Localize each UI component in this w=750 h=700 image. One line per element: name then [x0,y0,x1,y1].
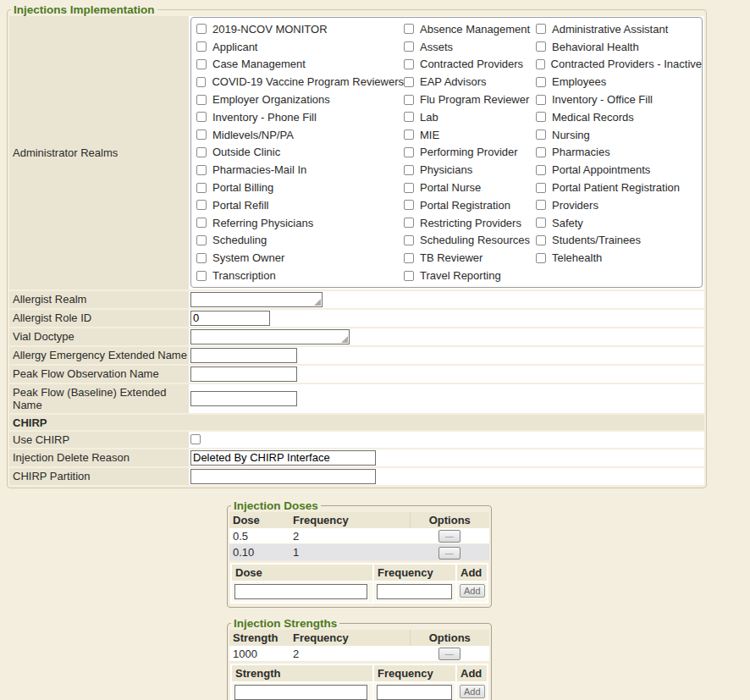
realm-checkbox-item[interactable]: Medical Records [536,108,702,126]
allergist-realm-input[interactable] [190,292,323,307]
realm-checkbox-item[interactable]: Portal Nurse [404,179,536,196]
realm-checkbox[interactable] [196,183,207,193]
realm-checkbox-item[interactable]: Pharmacies-Mail In [196,161,404,179]
realm-checkbox[interactable] [536,112,546,122]
realm-checkbox[interactable] [196,218,207,228]
realm-checkbox-item[interactable]: Assets [404,38,536,56]
realm-checkbox-item[interactable]: Contracted Providers - Inactive [536,56,702,74]
realm-checkbox-item[interactable]: Applicant [196,38,404,56]
realm-checkbox[interactable] [196,59,207,69]
realm-checkbox[interactable] [404,112,414,122]
realm-checkbox[interactable] [404,218,414,228]
realm-checkbox[interactable] [196,235,207,245]
realm-checkbox-item[interactable]: TB Reviewer [404,249,536,267]
peak-flow-observation-name-input[interactable] [190,367,297,382]
realm-checkbox-item[interactable]: Nursing [536,126,702,144]
realm-checkbox[interactable] [536,235,546,245]
realm-checkbox[interactable] [536,59,545,69]
realm-checkbox-item[interactable]: Flu Program Reviewer [404,91,536,108]
realm-checkbox-item[interactable]: Inventory - Office Fill [536,91,702,108]
realm-checkbox[interactable] [404,130,414,140]
realm-checkbox[interactable] [536,147,546,157]
realm-checkbox[interactable] [196,112,207,122]
realm-checkbox-item[interactable]: Telehealth [536,249,702,267]
realm-checkbox-item[interactable]: 2019-NCOV MONITOR [196,20,404,38]
realm-checkbox-item[interactable]: Scheduling [196,232,404,250]
injection-delete-reason-input[interactable] [190,450,376,466]
strength-add-frequency-input[interactable] [377,685,452,700]
realm-checkbox[interactable] [196,147,207,157]
allergy-emergency-extended-name-input[interactable] [190,348,297,363]
realm-checkbox[interactable] [536,165,546,175]
realm-checkbox-item[interactable]: Lab [404,108,536,126]
realm-checkbox[interactable] [404,59,414,69]
realm-checkbox-item[interactable]: Portal Patient Registration [536,179,702,196]
dose-add-button[interactable]: Add [460,584,485,598]
chirp-partition-input[interactable] [190,469,376,484]
realm-checkbox-item[interactable]: Inventory - Phone Fill [196,108,404,126]
realm-checkbox[interactable] [536,24,546,34]
realm-checkbox[interactable] [196,95,207,105]
realm-checkbox[interactable] [404,147,414,157]
vial-doctype-input[interactable] [190,329,350,344]
realm-checkbox-item[interactable]: MIE [404,126,536,144]
realm-checkbox[interactable] [404,253,414,263]
realm-checkbox[interactable] [404,24,414,34]
strength-add-button[interactable]: Add [460,685,485,698]
realm-checkbox[interactable] [536,253,546,263]
realm-checkbox[interactable] [196,130,207,140]
realm-checkbox-item[interactable]: Employer Organizations [196,91,404,108]
dose-add-dose-input[interactable] [234,584,367,599]
realm-checkbox-item[interactable]: Case Management [196,56,404,74]
realm-checkbox-item[interactable]: Portal Registration [404,196,536,214]
realm-checkbox[interactable] [404,77,414,87]
realm-checkbox-item[interactable]: Scheduling Resources [404,232,536,250]
realm-checkbox-item[interactable]: Contracted Providers [404,56,536,74]
realm-checkbox[interactable] [196,77,206,87]
realm-checkbox[interactable] [196,41,207,52]
realm-checkbox-item[interactable]: Portal Appointments [536,161,702,179]
realm-checkbox[interactable] [196,271,207,281]
realm-checkbox[interactable] [536,183,546,193]
realm-checkbox-item[interactable]: Restricting Providers [404,214,536,232]
realm-checkbox[interactable] [536,130,546,140]
realm-checkbox[interactable] [196,200,207,210]
realm-checkbox-item[interactable]: Physicians [404,161,536,179]
realm-checkbox[interactable] [536,95,546,105]
realm-checkbox-item[interactable]: Transcription [196,267,404,284]
use-chirp-checkbox[interactable] [190,434,201,444]
realm-checkbox[interactable] [404,95,414,105]
realm-checkbox[interactable] [536,41,546,52]
realm-checkbox[interactable] [404,183,414,193]
realm-checkbox[interactable] [404,235,414,245]
peak-flow-baseline-extended-name-input[interactable] [190,391,297,406]
realm-checkbox-item[interactable]: Referring Physicians [196,214,404,232]
realm-checkbox-item[interactable]: System Owner [196,249,404,267]
strength-row-options-button[interactable]: — [438,648,460,660]
realm-checkbox[interactable] [404,41,414,52]
strength-add-strength-input[interactable] [234,685,367,700]
realm-checkbox-item[interactable]: Midlevels/NP/PA [196,126,404,144]
realm-checkbox[interactable] [196,165,207,175]
realm-checkbox[interactable] [196,253,207,263]
allergist-role-id-input[interactable] [190,311,270,326]
realm-checkbox-item[interactable]: Travel Reporting [404,267,536,284]
realm-checkbox[interactable] [536,77,546,87]
realm-checkbox-item[interactable]: Employees [536,73,702,91]
realm-checkbox-item[interactable]: Portal Refill [196,196,404,214]
realm-checkbox[interactable] [404,271,414,281]
realm-checkbox-item[interactable]: Behavioral Health [536,38,702,56]
realm-checkbox-item[interactable]: Performing Provider [404,144,536,162]
realm-checkbox[interactable] [536,200,546,210]
realm-checkbox-item[interactable]: Portal Billing [196,179,404,196]
realm-checkbox[interactable] [196,24,207,34]
realm-checkbox[interactable] [404,165,414,175]
realm-checkbox-item[interactable]: Administrative Assistant [536,20,702,38]
realm-checkbox-item[interactable]: Safety [536,214,702,232]
dose-row-options-button[interactable]: — [438,530,460,543]
realm-checkbox-item[interactable]: Pharmacies [536,144,702,162]
realm-checkbox[interactable] [536,218,546,228]
dose-row-options-button[interactable]: — [438,547,460,559]
realm-checkbox-item[interactable]: Providers [536,196,702,214]
realm-checkbox-item[interactable]: COVID-19 Vaccine Program Reviewers [196,73,404,91]
